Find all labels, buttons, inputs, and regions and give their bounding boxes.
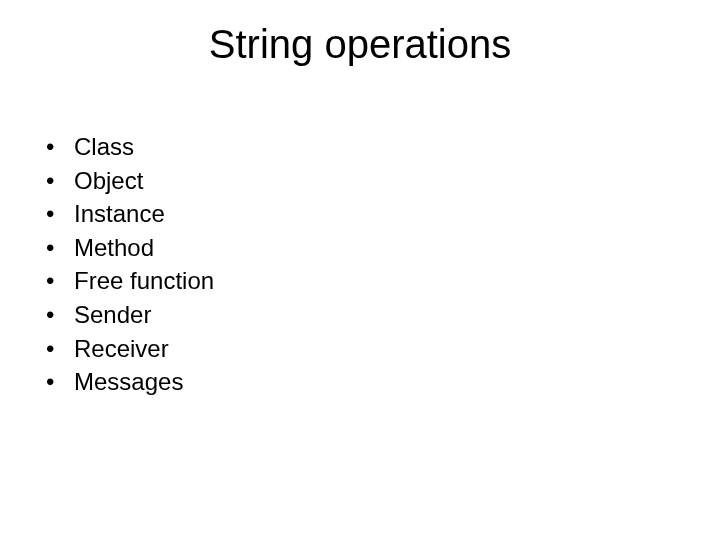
list-item: Instance [46,197,214,231]
list-item: Receiver [46,332,214,366]
list-item: Sender [46,298,214,332]
list-item: Method [46,231,214,265]
bullet-list: Class Object Instance Method Free functi… [46,130,214,399]
list-item: Free function [46,264,214,298]
list-item: Class [46,130,214,164]
list-item: Object [46,164,214,198]
slide-title: String operations [0,22,720,67]
list-item: Messages [46,365,214,399]
